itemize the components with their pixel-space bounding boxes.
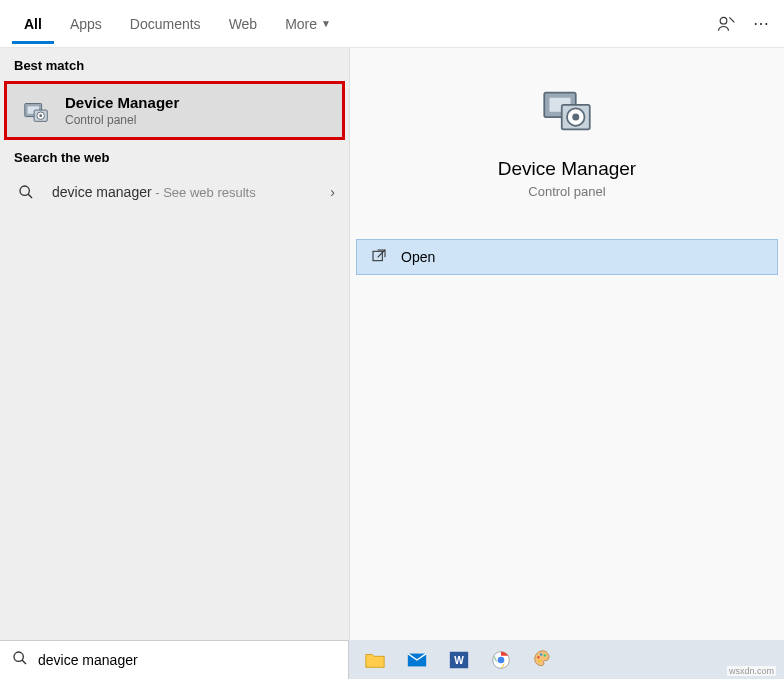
tab-more-label: More xyxy=(285,16,317,32)
taskbar-chrome[interactable] xyxy=(483,645,519,675)
taskbar-word[interactable]: W xyxy=(441,645,477,675)
web-result-query: device manager xyxy=(52,184,152,200)
svg-point-0 xyxy=(720,17,727,24)
taskbar-paint[interactable] xyxy=(525,645,561,675)
svg-line-7 xyxy=(28,194,32,198)
search-icon xyxy=(14,184,38,200)
result-device-manager[interactable]: Device Manager Control panel xyxy=(4,81,345,140)
tab-all[interactable]: All xyxy=(12,4,54,44)
search-input[interactable] xyxy=(38,652,336,668)
result-subtitle: Control panel xyxy=(65,113,179,127)
chevron-down-icon: ▼ xyxy=(321,18,331,29)
search-box[interactable] xyxy=(0,640,349,679)
svg-point-24 xyxy=(538,659,540,661)
preview-subtitle: Control panel xyxy=(370,184,764,199)
taskbar-mail[interactable] xyxy=(399,645,435,675)
watermark: wsxdn.com xyxy=(727,666,776,676)
web-result-device-manager[interactable]: device manager - See web results › xyxy=(0,173,349,211)
svg-point-5 xyxy=(39,114,42,117)
svg-point-21 xyxy=(537,656,539,658)
search-web-header: Search the web xyxy=(0,140,349,173)
result-title: Device Manager xyxy=(65,94,179,111)
tab-web[interactable]: Web xyxy=(217,4,270,44)
device-manager-large-icon xyxy=(535,78,599,142)
open-button[interactable]: Open xyxy=(356,239,778,275)
tab-apps[interactable]: Apps xyxy=(58,4,114,44)
chevron-right-icon: › xyxy=(330,184,335,200)
tab-documents[interactable]: Documents xyxy=(118,4,213,44)
svg-point-20 xyxy=(498,656,505,663)
svg-line-15 xyxy=(22,660,26,664)
taskbar: W wsxdn.com xyxy=(349,640,784,679)
svg-point-23 xyxy=(544,654,546,656)
feedback-icon[interactable] xyxy=(716,14,736,34)
open-label: Open xyxy=(401,249,435,265)
svg-point-12 xyxy=(572,114,579,121)
preview-title: Device Manager xyxy=(370,158,764,180)
best-match-header: Best match xyxy=(0,48,349,81)
web-result-hint: - See web results xyxy=(152,185,256,200)
taskbar-file-explorer[interactable] xyxy=(357,645,393,675)
preview-panel: Device Manager Control panel Open xyxy=(349,48,784,640)
svg-point-14 xyxy=(14,652,23,661)
svg-text:W: W xyxy=(454,654,464,665)
results-panel: Best match Device Manager Control panel … xyxy=(0,48,349,640)
device-manager-icon xyxy=(21,96,51,126)
svg-point-22 xyxy=(540,653,542,655)
open-icon xyxy=(371,248,389,266)
svg-point-6 xyxy=(20,186,29,195)
tab-more[interactable]: More ▼ xyxy=(273,4,343,44)
svg-rect-13 xyxy=(373,251,382,260)
more-options-icon[interactable]: ⋯ xyxy=(752,14,772,34)
filter-tabs: All Apps Documents Web More ▼ ⋯ xyxy=(0,0,784,48)
search-icon xyxy=(12,650,28,670)
